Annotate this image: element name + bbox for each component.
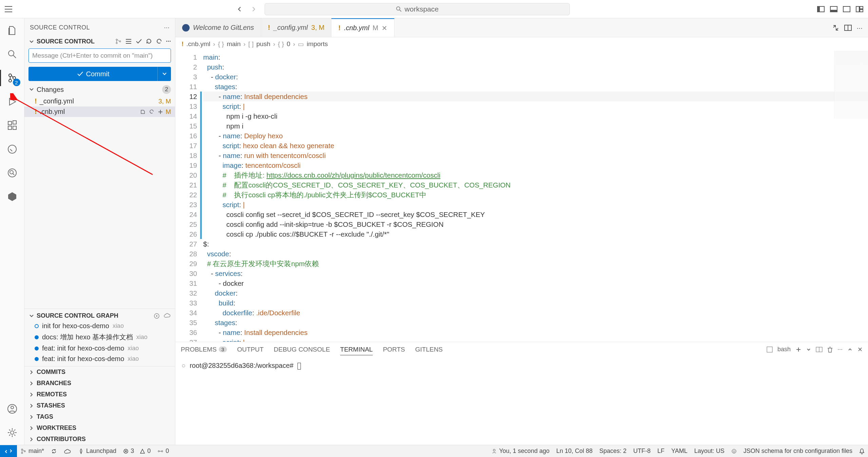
activity-search-icon[interactable] [5, 47, 19, 61]
terminal-content[interactable]: ○ root@283255d6a368:/workspace# [175, 357, 868, 445]
section-stashes[interactable]: STASHES [24, 400, 175, 411]
breadcrumb-segment: imports [307, 40, 328, 48]
commit-button[interactable]: Commit [28, 67, 157, 81]
split-terminal-icon[interactable] [816, 347, 823, 352]
scm-graph-section: SOURCE CONTROL GRAPH init for hexo-cos-d… [24, 309, 175, 366]
panel-tab-output[interactable]: OUTPUT [237, 346, 264, 353]
sidebar-more-icon[interactable]: ··· [164, 24, 170, 31]
breadcrumb[interactable]: ! .cnb.yml › { } main › [ ] push › { } 0… [175, 37, 868, 51]
panel-tab-gitlens[interactable]: GITLENS [415, 346, 443, 353]
status-bar: main* Launchpad 3 0 0 You, 1 second ago … [0, 445, 868, 457]
scm-view-list-icon[interactable] [125, 38, 132, 45]
section-branches[interactable]: BRANCHES [24, 378, 175, 389]
code-editor[interactable]: 1231112131415161718192021222324252627282… [175, 51, 868, 342]
array-icon: ▭ [298, 40, 304, 48]
graph-cloud-icon[interactable] [163, 313, 171, 319]
status-blame[interactable]: You, 1 second ago [488, 448, 553, 455]
status-launchpad[interactable]: Launchpad [75, 448, 120, 455]
remote-indicator[interactable] [0, 445, 17, 457]
graph-target-icon[interactable] [153, 313, 160, 319]
activity-explorer-icon[interactable] [5, 24, 19, 37]
open-file-icon[interactable] [140, 109, 146, 115]
graph-commit-item[interactable]: init for hexo-cos-demoxiao [24, 321, 175, 331]
close-panel-icon[interactable]: ✕ [857, 346, 863, 353]
commit-message-input[interactable]: Message (Ctrl+Enter to commit on "main") [28, 48, 171, 63]
terminal-dropdown-icon[interactable] [806, 347, 811, 352]
status-bell-icon[interactable] [856, 448, 868, 455]
breadcrumb-segment: 0 [287, 40, 290, 48]
code-content[interactable]: main: push: - docker: stages: - name: In… [203, 51, 868, 342]
customize-layout-icon[interactable] [855, 5, 864, 14]
status-language[interactable]: YAML [668, 448, 691, 455]
status-schema[interactable]: JSON schema for cnb configuration files [740, 448, 856, 455]
activity-settings-icon[interactable] [5, 426, 19, 439]
change-file-item[interactable]: ! _config.yml 3, M [24, 96, 175, 106]
graph-commit-item[interactable]: docs: 增加 hexo 基本操作文档xiao [24, 331, 175, 343]
panel-more-icon[interactable]: ··· [837, 346, 843, 353]
tab-gitlens[interactable]: Welcome to GitLens [175, 18, 261, 37]
section-contributors[interactable]: CONTRIBUTORS [24, 434, 175, 445]
status-problems[interactable]: 3 0 [120, 448, 154, 455]
scm-check-icon[interactable] [135, 38, 142, 45]
panel-tab-problems[interactable]: PROBLEMS3 [181, 346, 227, 353]
status-feedback-icon[interactable] [728, 448, 740, 455]
command-center-search[interactable]: workspace [265, 3, 570, 15]
editor-more-icon[interactable]: ··· [856, 24, 863, 32]
scm-graph-header[interactable]: SOURCE CONTROL GRAPH [24, 311, 175, 321]
new-terminal-icon[interactable] [795, 346, 802, 353]
changes-header[interactable]: Changes 2 [24, 83, 175, 96]
discard-icon[interactable] [149, 109, 155, 115]
scm-refresh-icon[interactable] [146, 38, 152, 45]
graph-commit-item[interactable]: feat: init for hexo-cos-demoxiao [24, 343, 175, 354]
layout-sidebar-left-icon[interactable] [816, 5, 825, 14]
layout-sidebar-right-icon[interactable] [842, 5, 851, 14]
activity-extensions-icon[interactable] [5, 119, 19, 132]
tab-config[interactable]: ! _config.yml 3, M [261, 18, 332, 37]
status-layout[interactable]: Layout: US [691, 448, 728, 455]
status-cursor-pos[interactable]: Ln 10, Col 88 [553, 448, 596, 455]
panel-tab-terminal[interactable]: TERMINAL [340, 346, 373, 353]
split-editor-icon[interactable] [844, 25, 852, 31]
section-remotes[interactable]: REMOTES [24, 389, 175, 400]
graph-commit-item[interactable]: feat: init for hexo-cos-demoxiao [24, 354, 175, 364]
section-tags[interactable]: TAGS [24, 411, 175, 422]
activity-run-icon[interactable] [5, 95, 19, 108]
hamburger-icon[interactable] [4, 5, 13, 14]
terminal-name[interactable]: bash [777, 346, 791, 353]
status-spaces[interactable]: Spaces: 2 [596, 448, 630, 455]
panel-tab-debug[interactable]: DEBUG CONSOLE [274, 346, 330, 353]
svg-point-10 [9, 74, 12, 77]
activity-gitlens-icon[interactable] [5, 142, 19, 156]
scm-undo-icon[interactable] [156, 38, 162, 45]
layout-panel-icon[interactable] [829, 5, 838, 14]
terminal-profile-icon[interactable] [767, 346, 773, 353]
scm-more-icon[interactable]: ··· [166, 38, 171, 45]
status-eol[interactable]: LF [654, 448, 668, 455]
status-cloud[interactable] [60, 449, 75, 454]
maximize-panel-icon[interactable] [847, 347, 853, 352]
minimap[interactable] [834, 51, 868, 119]
tab-cnb[interactable]: ! .cnb.yml M ✕ [331, 18, 394, 37]
change-file-item[interactable]: ! .cnb.yml M [24, 106, 175, 117]
activity-account-icon[interactable] [5, 402, 19, 416]
status-ports[interactable]: 0 [154, 448, 172, 455]
compare-changes-icon[interactable] [832, 24, 840, 32]
scm-graph-icon[interactable] [115, 38, 122, 45]
stage-icon[interactable] [157, 109, 163, 115]
status-sync[interactable] [47, 448, 60, 454]
scm-section-header[interactable]: SOURCE CONTROL ··· [24, 37, 175, 46]
section-commits[interactable]: COMMITS [24, 366, 175, 378]
kill-terminal-icon[interactable] [827, 346, 833, 353]
status-branch[interactable]: main* [17, 448, 47, 455]
close-tab-icon[interactable]: ✕ [382, 24, 387, 32]
nav-back-icon[interactable] [235, 5, 244, 14]
commit-dropdown[interactable] [157, 67, 171, 81]
activity-scm-icon[interactable]: 2 [5, 71, 19, 85]
nav-forward-icon[interactable] [249, 5, 258, 14]
activity-gitlens-inspect-icon[interactable] [5, 166, 19, 180]
activity-hex-icon[interactable] [5, 190, 19, 203]
section-worktrees[interactable]: WORKTREES [24, 422, 175, 434]
svg-rect-15 [13, 126, 16, 130]
status-encoding[interactable]: UTF-8 [630, 448, 654, 455]
panel-tab-ports[interactable]: PORTS [383, 346, 405, 353]
